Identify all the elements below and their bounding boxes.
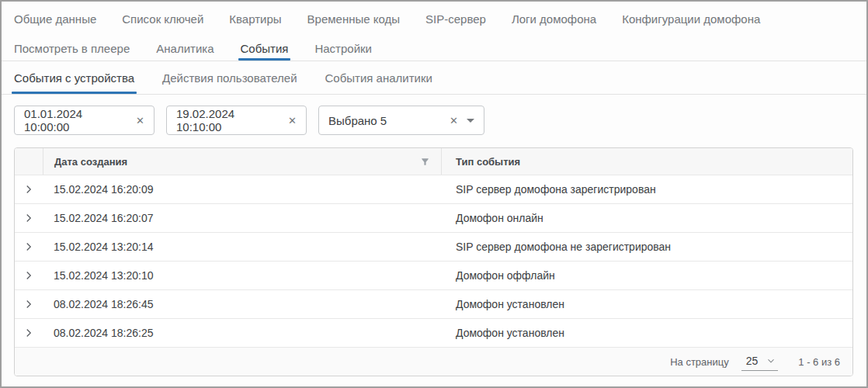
date-column-label: Дата создания <box>54 156 420 168</box>
chevron-right-icon[interactable] <box>15 240 43 254</box>
tab-user-actions[interactable]: Действия пользователей <box>162 61 297 94</box>
tab-temporary-codes[interactable]: Временные коды <box>307 2 400 36</box>
tab-key-list[interactable]: Список ключей <box>122 2 203 36</box>
filter-funnel-icon[interactable] <box>420 157 430 167</box>
event-date: 15.02.2024 16:20:07 <box>43 212 442 224</box>
per-page-label: На страницу <box>670 356 729 368</box>
tab-general-data[interactable]: Общие данные <box>14 2 96 36</box>
tab-analytics-events[interactable]: События аналитики <box>325 61 432 94</box>
event-date: 08.02.2024 18:26:25 <box>43 327 442 339</box>
date-from-input[interactable]: 01.01.2024 10:00:00 ✕ <box>14 106 155 135</box>
chevron-down-icon <box>766 355 776 366</box>
table-header-row: Дата создания Тип события <box>15 148 852 175</box>
event-type-selected-value: Выбрано 5 <box>328 114 442 127</box>
event-type: SIP сервер домофона не зарегистрирован <box>442 241 852 253</box>
table-row[interactable]: 15.02.2024 16:20:09 SIP сервер домофона … <box>15 175 852 203</box>
table-row[interactable]: 08.02.2024 18:26:25 Домофон установлен <box>15 318 852 347</box>
expand-column-header <box>15 148 43 175</box>
event-date: 08.02.2024 18:26:45 <box>43 298 442 310</box>
chevron-right-icon[interactable] <box>15 182 43 196</box>
date-to-input[interactable]: 19.02.2024 10:10:00 ✕ <box>166 106 307 135</box>
clear-date-from-icon[interactable]: ✕ <box>136 116 144 126</box>
type-column-header: Тип события <box>442 148 852 175</box>
event-type: Домофон установлен <box>442 298 852 310</box>
date-column-header: Дата создания <box>43 148 442 175</box>
event-date: 15.02.2024 13:20:14 <box>43 241 442 253</box>
tab-apartments[interactable]: Квартиры <box>229 2 281 36</box>
pagination-range: 1 - 6 из 6 <box>798 356 840 368</box>
page-size-select[interactable]: 25 <box>741 352 779 371</box>
event-type-select[interactable]: Выбрано 5 ✕ <box>318 106 484 135</box>
chevron-right-icon[interactable] <box>15 211 43 225</box>
table-row[interactable]: 15.02.2024 16:20:07 Домофон онлайн <box>15 203 852 232</box>
event-type: SIP сервер домофона зарегистрирован <box>442 183 852 196</box>
event-date: 15.02.2024 16:20:09 <box>43 183 442 196</box>
event-type: Домофон онлайн <box>442 212 852 224</box>
intercom-admin-panel: Общие данные Список ключей Квартиры Врем… <box>0 0 868 388</box>
chevron-down-icon[interactable] <box>467 119 474 123</box>
table-row[interactable]: 15.02.2024 13:20:10 Домофон оффлайн <box>15 261 852 289</box>
tab-settings[interactable]: Настройки <box>314 36 372 61</box>
chevron-right-icon[interactable] <box>15 326 43 340</box>
page-size-value: 25 <box>746 355 759 367</box>
tab-sip-server[interactable]: SIP-сервер <box>425 2 486 36</box>
tab-analytics[interactable]: Аналитика <box>156 36 214 61</box>
tab-view-in-player[interactable]: Посмотреть в плеере <box>14 36 130 61</box>
tab-intercom-logs[interactable]: Логи домофона <box>512 2 596 36</box>
event-type: Домофон установлен <box>442 327 852 339</box>
clear-event-type-icon[interactable]: ✕ <box>450 116 458 126</box>
chevron-right-icon[interactable] <box>15 297 43 311</box>
table-footer: На страницу 25 1 - 6 из 6 <box>15 347 852 376</box>
events-table: Дата создания Тип события 15.02.2024 16:… <box>14 147 853 376</box>
tab-events[interactable]: События <box>241 36 289 61</box>
table-row[interactable]: 15.02.2024 13:20:14 SIP сервер домофона … <box>15 232 852 261</box>
date-from-value: 01.01.2024 10:00:00 <box>24 107 128 133</box>
clear-date-to-icon[interactable]: ✕ <box>288 116 297 126</box>
tab-device-events[interactable]: События с устройства <box>14 61 134 94</box>
primary-tab-bar: Общие данные Список ключей Квартиры Врем… <box>2 2 866 36</box>
date-to-value: 19.02.2024 10:10:00 <box>176 107 280 133</box>
chevron-right-icon[interactable] <box>15 268 43 282</box>
filters-bar: 01.01.2024 10:00:00 ✕ 19.02.2024 10:10:0… <box>2 95 866 135</box>
secondary-tab-bar: Посмотреть в плеере Аналитика События На… <box>2 36 866 61</box>
table-row[interactable]: 08.02.2024 18:26:45 Домофон установлен <box>15 289 852 318</box>
tab-intercom-configs[interactable]: Конфигурации домофона <box>622 2 760 36</box>
events-tab-bar: События с устройства Действия пользовате… <box>2 61 866 95</box>
event-date: 15.02.2024 13:20:10 <box>43 269 442 282</box>
type-column-label: Тип события <box>456 156 520 168</box>
event-type: Домофон оффлайн <box>442 269 852 282</box>
